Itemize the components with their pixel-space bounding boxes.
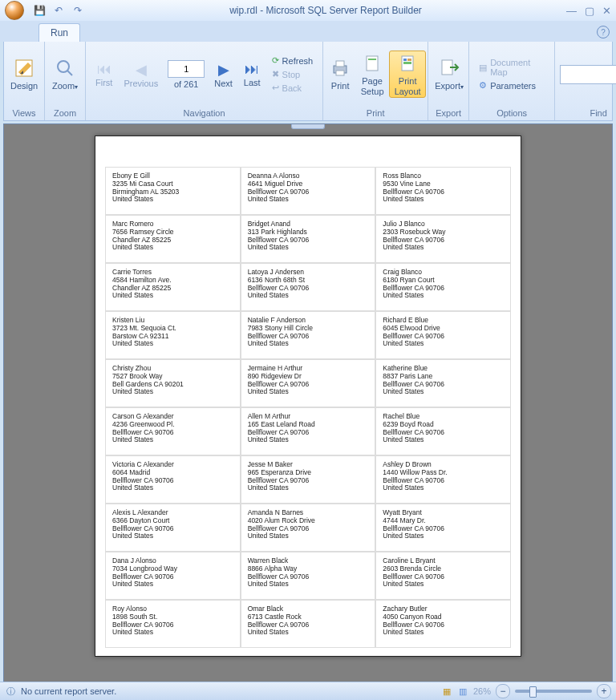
address-label: Ebony E Gill3235 Mi Casa CourtBirmingham…: [105, 167, 241, 215]
page-setup-button[interactable]: Page Setup: [355, 51, 389, 97]
print-icon: [329, 57, 351, 79]
first-page-button[interactable]: ⏮First: [91, 59, 117, 89]
undo-icon[interactable]: ↶: [51, 3, 66, 18]
title-bar: 💾 ↶ ↷ wip.rdl - Microsoft SQL Server Rep…: [0, 0, 616, 21]
ribbon: Design Views Zoom▾ Zoom ⏮First ◀Previous…: [3, 42, 613, 121]
address-label: Craig Blanco6180 Ryan CourtBellflower CA…: [375, 263, 511, 311]
window-buttons: — ▢ ✕: [566, 5, 611, 17]
first-icon: ⏮: [97, 61, 111, 78]
server-status-icon: ⓘ: [5, 686, 16, 697]
address-label: Amanda N Barnes4020 Alum Rock DriveBellf…: [241, 504, 376, 552]
zoom-thumb[interactable]: [529, 686, 537, 698]
back-button: ↩Back: [270, 82, 315, 94]
svg-rect-5: [336, 71, 344, 75]
svg-point-1: [58, 61, 69, 72]
zoom-slider[interactable]: [515, 690, 592, 693]
address-label: Zachary Butler4050 Canyon RoadBellflower…: [375, 600, 511, 648]
svg-rect-6: [367, 56, 378, 71]
group-print-label: Print: [323, 107, 428, 120]
address-label: Carson G Alexander4236 Greenwood Pl.Bell…: [105, 407, 241, 455]
address-label: Ashley D Brown1440 Willow Pass Dr.Bellfl…: [375, 455, 511, 504]
tab-run[interactable]: Run: [38, 23, 80, 42]
refresh-button[interactable]: ⟳Refresh: [270, 55, 315, 67]
address-label: Latoya J Andersen6136 North 68th StBellf…: [241, 263, 376, 311]
parameters-icon: ⚙: [479, 80, 487, 91]
status-layout-icon[interactable]: ▥: [457, 686, 468, 697]
refresh-icon: ⟳: [272, 55, 279, 66]
address-label: Ross Blanco9530 Vine LaneBellflower CA 9…: [375, 167, 511, 215]
last-icon: ⏭: [245, 61, 259, 78]
group-find-label: Find: [555, 107, 616, 120]
address-label: Warren Black8866 Alpha WayBellflower CA …: [241, 552, 376, 600]
svg-rect-10: [407, 59, 411, 61]
export-button[interactable]: Export▾: [433, 55, 465, 93]
minimize-icon[interactable]: —: [566, 5, 577, 17]
address-label: Marc Romero7656 Ramsey CircleChandler AZ…: [105, 215, 241, 263]
status-page-icon[interactable]: ▦: [441, 686, 452, 697]
group-options-label: Options: [469, 107, 554, 120]
print-button[interactable]: Print: [325, 55, 355, 92]
status-text: No current report server.: [21, 686, 116, 696]
splitter-handle[interactable]: [291, 124, 325, 129]
address-label: Carrie Torres4584 Hamilton Ave.Chandler …: [105, 263, 241, 311]
address-label: Julio J Blanco2303 Rosebuck WayBellflowe…: [375, 215, 511, 263]
address-label: Christy Zhou7527 Brook WayBell Gardens C…: [105, 359, 241, 407]
address-label: Alexis L Alexander6366 Dayton CourtBellf…: [105, 504, 241, 552]
group-views-label: Views: [4, 107, 44, 120]
previous-icon: ◀: [136, 61, 147, 79]
report-page: Ebony E Gill3235 Mi Casa CourtBirmingham…: [95, 136, 521, 657]
address-label: Dana J Alonso7034 Longbrood WayBellflowe…: [105, 552, 241, 600]
page-setup-icon: [361, 52, 383, 75]
window-title: wip.rdl - Microsoft SQL Server Report Bu…: [85, 5, 566, 16]
svg-rect-11: [403, 62, 411, 64]
next-icon: ▶: [218, 61, 229, 79]
group-export-label: Export: [428, 107, 468, 120]
back-icon: ↩: [272, 83, 279, 93]
app-orb[interactable]: [5, 1, 24, 20]
help-icon[interactable]: ?: [597, 26, 610, 38]
address-label: Wyatt Bryant4744 Mary Dr.Bellflower CA 9…: [375, 504, 511, 552]
stop-icon: ✖: [272, 69, 279, 79]
last-page-button[interactable]: ⏭Last: [239, 59, 265, 89]
address-label: Victoria C Alexander6064 MadridBellflowe…: [105, 455, 241, 504]
print-layout-icon: [396, 52, 419, 75]
maximize-icon[interactable]: ▢: [585, 5, 594, 17]
zoom-button[interactable]: Zoom▾: [50, 55, 80, 93]
save-icon[interactable]: 💾: [32, 3, 47, 18]
export-icon: [438, 57, 460, 79]
zoom-in-button[interactable]: +: [597, 684, 611, 698]
next-page-button[interactable]: ▶Next: [209, 59, 237, 90]
document-map-icon: ▤: [479, 63, 487, 73]
quick-access-toolbar: 💾 ↶ ↷: [32, 3, 85, 18]
print-layout-button[interactable]: Print Layout: [389, 51, 426, 97]
current-page-input[interactable]: [168, 60, 205, 78]
address-label: Rachel Blue6239 Boyd RoadBellflower CA 9…: [375, 407, 511, 455]
report-viewer: Ebony E Gill3235 Mi Casa CourtBirmingham…: [3, 123, 613, 682]
zoom-out-button[interactable]: −: [496, 684, 510, 698]
stop-button: ✖Stop: [270, 68, 315, 80]
svg-rect-7: [368, 59, 376, 60]
address-label: Roy Alonso1898 South St.Bellflower CA 90…: [105, 600, 241, 648]
group-zoom-label: Zoom: [45, 107, 85, 120]
document-map-button: ▤Document Map: [477, 57, 546, 78]
previous-page-button[interactable]: ◀Previous: [119, 59, 163, 90]
address-label: Richard E Blue6045 Elwood DriveBellflowe…: [375, 311, 511, 359]
address-label: Natalie F Anderson7983 Stony Hill Circle…: [241, 311, 376, 359]
ribbon-tab-row: Run ?: [0, 21, 616, 42]
address-label: Omar Black6713 Castle RockBellflower CA …: [241, 600, 376, 648]
page-total-label: of 261: [174, 79, 199, 89]
address-label: Jermaine H Arthur890 Ridgeview DrBellflo…: [241, 359, 376, 407]
parameters-button[interactable]: ⚙Parameters: [477, 79, 546, 91]
find-input[interactable]: [560, 65, 616, 84]
redo-icon[interactable]: ↷: [71, 3, 85, 18]
design-button[interactable]: Design: [9, 55, 39, 92]
address-label: Deanna A Alonso4641 Miguel DriveBellflow…: [241, 167, 376, 215]
svg-rect-9: [403, 59, 407, 61]
address-label: Allen M Arthur165 East Leland RoadBellfl…: [241, 407, 376, 455]
group-navigation-label: Navigation: [86, 107, 322, 120]
address-label: Bridget Anand313 Park HighlandsBellflowe…: [241, 215, 376, 263]
address-label: Katherine Blue8837 Paris LaneBellflower …: [375, 359, 511, 407]
svg-line-2: [67, 71, 72, 75]
close-icon[interactable]: ✕: [602, 5, 611, 17]
zoom-percent: 26%: [473, 686, 491, 696]
